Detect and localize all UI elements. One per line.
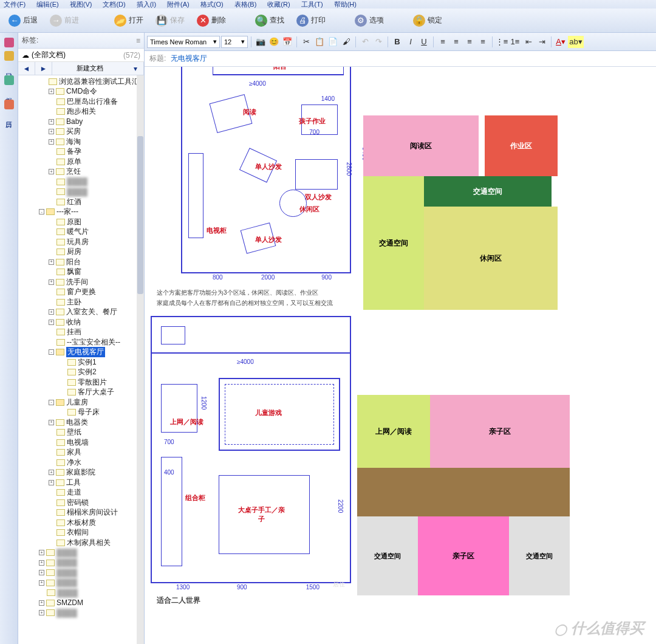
document-title[interactable]: 无电视客厅 xyxy=(171,53,207,64)
tree-node[interactable]: 母子床 xyxy=(18,408,137,418)
nav-dropdown-button[interactable]: ▾ xyxy=(127,62,144,75)
tree-node[interactable]: 厨房 xyxy=(18,247,137,258)
tree-node[interactable]: +电器类 xyxy=(18,417,137,428)
align-center-button[interactable]: ≡ xyxy=(450,36,462,48)
tree-node[interactable]: +家庭影院 xyxy=(18,468,137,478)
tree-node[interactable]: 暖气片 xyxy=(18,227,137,238)
menu-item[interactable]: 工具(T) xyxy=(301,0,323,9)
gear-icon[interactable] xyxy=(4,38,14,47)
undo-icon[interactable]: ↶ xyxy=(359,36,371,48)
tree-node[interactable]: 原图 xyxy=(18,217,137,227)
tree-node[interactable]: +CMD命令 xyxy=(18,87,137,97)
tree-node[interactable]: +████ xyxy=(18,568,137,578)
tree-node[interactable]: 净水 xyxy=(18,457,137,468)
expand-icon[interactable]: + xyxy=(39,550,44,555)
tree-node[interactable]: 主卧 xyxy=(18,297,137,307)
menu-item[interactable]: 视图(V) xyxy=(70,0,92,9)
tree-node[interactable]: +Baby xyxy=(18,117,137,127)
document-canvas[interactable]: 阳台 ≥4000 3400 阅读 孩子作业 1400 700 单人沙发 双人沙发… xyxy=(145,67,656,644)
tree-node[interactable]: 原单 xyxy=(18,157,137,167)
tree-node[interactable]: -儿童房 xyxy=(18,397,137,408)
menu-item[interactable]: 编辑(E) xyxy=(36,0,59,9)
document-tree[interactable]: 浏览器兼容性测试工具汇总+CMD命令巴厘岛出行准备跑步相关+Baby+买房+海淘… xyxy=(18,75,144,644)
expand-icon[interactable]: - xyxy=(49,400,54,405)
underline-button[interactable]: U xyxy=(418,36,430,48)
tree-node[interactable]: +████ xyxy=(18,548,137,558)
tree-node[interactable]: +阳台 xyxy=(18,257,137,267)
expand-icon[interactable]: + xyxy=(39,580,44,586)
emoji-icon[interactable]: 😊 xyxy=(268,36,280,48)
expand-icon[interactable]: + xyxy=(49,129,54,134)
print-button[interactable]: 🖨打印 xyxy=(293,13,329,28)
expand-icon[interactable]: + xyxy=(49,169,54,174)
tree-node[interactable]: +工具 xyxy=(18,478,137,488)
tab-calendar[interactable]: 日历 xyxy=(3,113,15,120)
expand-icon[interactable]: + xyxy=(49,259,54,265)
align-justify-button[interactable]: ≡ xyxy=(477,36,489,48)
tree-node[interactable]: +收纳 xyxy=(18,317,137,327)
tree-node[interactable]: ████ xyxy=(18,177,137,187)
expand-icon[interactable]: + xyxy=(49,480,54,485)
calendar-icon[interactable]: 📅 xyxy=(281,36,293,48)
tree-node[interactable]: 走道 xyxy=(18,488,137,498)
doc-icon[interactable] xyxy=(4,75,14,85)
expand-icon[interactable]: + xyxy=(49,139,54,145)
menu-item[interactable]: 文档(D) xyxy=(103,0,125,9)
options-button[interactable]: ⚙选项 xyxy=(351,13,388,28)
tree-node[interactable]: +SMZDM xyxy=(18,598,137,608)
find-button[interactable]: 🔍查找 xyxy=(251,13,288,28)
tree-node[interactable]: 榻榻米房间设计 xyxy=(18,508,137,518)
tree-node[interactable]: +入室玄关、餐厅 xyxy=(18,307,137,318)
paste-icon[interactable]: 📄 xyxy=(327,36,339,48)
tree-node[interactable]: +买房 xyxy=(18,127,137,137)
menu-item[interactable]: 收藏(R) xyxy=(267,0,290,9)
expand-icon[interactable]: + xyxy=(49,470,54,475)
tree-node[interactable]: 壁纸 xyxy=(18,428,137,438)
align-left-button[interactable]: ≡ xyxy=(437,36,449,48)
dropdown-icon[interactable]: ≡ xyxy=(136,36,140,45)
tree-node[interactable]: +海淘 xyxy=(18,137,137,147)
tree-node[interactable]: 红酒 xyxy=(18,197,137,207)
expand-icon[interactable]: + xyxy=(49,420,54,425)
nav-next-button[interactable]: ► xyxy=(35,62,52,75)
tree-node[interactable]: 客厅大桌子 xyxy=(18,388,137,398)
expand-icon[interactable]: - xyxy=(49,349,54,355)
scrollbar-thumb[interactable] xyxy=(137,136,143,294)
tree-node[interactable]: 家具 xyxy=(18,448,137,458)
tree-node[interactable]: ----家--- xyxy=(18,207,137,218)
open-button[interactable]: 📂打开 xyxy=(111,13,147,28)
copy-icon[interactable]: 📋 xyxy=(313,36,326,48)
tree-node[interactable]: 木板材质 xyxy=(18,518,137,528)
tree-node[interactable]: 实例2 xyxy=(18,368,137,378)
expand-icon[interactable]: + xyxy=(39,560,44,566)
tree-node[interactable]: 挂画 xyxy=(18,327,137,338)
tree-node[interactable]: +████ xyxy=(18,578,137,588)
cut-icon[interactable]: ✂ xyxy=(300,36,312,48)
expand-icon[interactable]: + xyxy=(49,279,54,285)
expand-icon[interactable]: + xyxy=(39,600,44,606)
expand-icon[interactable]: - xyxy=(39,209,44,214)
tree-node[interactable]: 跑步相关 xyxy=(18,107,137,117)
menu-item[interactable]: 表格(B) xyxy=(234,0,257,9)
font-color-button[interactable]: A▾ xyxy=(555,36,567,48)
tree-node[interactable]: +████ xyxy=(18,608,137,618)
list-bullet-button[interactable]: ⋮≡ xyxy=(496,36,508,48)
italic-button[interactable]: I xyxy=(405,36,417,48)
save-button[interactable]: 💾保存 xyxy=(152,13,188,28)
outdent-button[interactable]: ⇤ xyxy=(522,36,535,48)
tree-node[interactable]: ████ xyxy=(18,187,137,197)
menu-item[interactable]: 格式(O) xyxy=(200,0,224,9)
tree-node[interactable]: 备孕 xyxy=(18,147,137,157)
tree-node[interactable]: 浏览器兼容性测试工具汇总 xyxy=(18,77,137,87)
screenshot-icon[interactable]: 📷 xyxy=(255,36,267,48)
note-icon[interactable] xyxy=(4,51,14,61)
cal-icon[interactable] xyxy=(4,100,14,109)
bold-button[interactable]: B xyxy=(391,36,403,48)
align-right-button[interactable]: ≡ xyxy=(463,36,476,48)
tree-node[interactable]: 玩具房 xyxy=(18,237,137,247)
tree-node[interactable]: 密码锁 xyxy=(18,498,137,508)
expand-icon[interactable]: + xyxy=(39,610,44,615)
tree-node[interactable]: 巴厘岛出行准备 xyxy=(18,97,137,107)
tag-bar[interactable]: 标签:≡ xyxy=(18,33,144,49)
tree-node[interactable]: ████ xyxy=(18,588,137,598)
